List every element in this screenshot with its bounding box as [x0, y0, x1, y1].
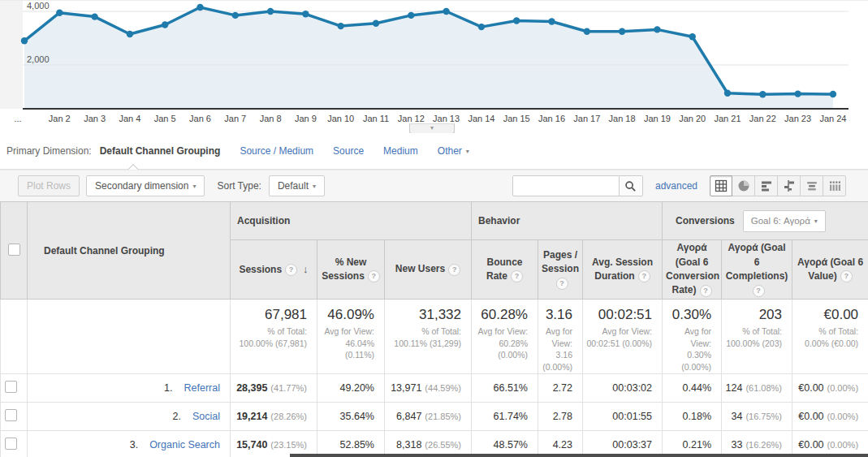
totals-goal-completions: 203% of Total: 100.00% (203) — [722, 300, 792, 374]
svg-text:Jan 13: Jan 13 — [433, 114, 460, 123]
help-icon[interactable]: ? — [700, 285, 712, 297]
row-checkbox[interactable] — [5, 381, 17, 393]
svg-text:Jan 4: Jan 4 — [119, 114, 140, 123]
search-icon — [624, 180, 637, 192]
svg-text:Jan 5: Jan 5 — [154, 114, 176, 123]
select-all-checkbox[interactable] — [8, 244, 20, 256]
sort-type-label: Sort Type: — [217, 180, 261, 192]
pivot-icon — [828, 179, 841, 192]
goal-selector-dropdown[interactable]: Goal 6: Αγορά▾ — [743, 210, 826, 232]
row-number: 1. — [153, 382, 173, 394]
svg-text:Jan 12: Jan 12 — [398, 114, 425, 123]
group-header-behavior: Behavior — [472, 202, 663, 240]
svg-text:Jan 16: Jan 16 — [538, 114, 565, 123]
primary-dimension-source[interactable]: Source — [333, 145, 364, 157]
column-header-goal-conversion-rate[interactable]: Αγορά (Goal 6 Conversion Rate)? — [663, 240, 722, 300]
svg-text:Jan 15: Jan 15 — [503, 114, 530, 123]
svg-text:2,000: 2,000 — [27, 54, 50, 64]
row-number: 3. — [119, 439, 138, 451]
help-icon[interactable]: ? — [448, 264, 460, 276]
svg-text:Jan 7: Jan 7 — [224, 114, 246, 123]
primary-dimension-label: Primary Dimension: — [6, 145, 92, 157]
totals-row: 67,981% of Total: 100.00% (67,981) 46.09… — [1, 300, 868, 374]
table-row-social: 2.Social 19,214(28.26%) 35.64% 6,847(21.… — [1, 402, 868, 430]
help-icon[interactable]: ? — [840, 270, 853, 282]
svg-text:Jan 2: Jan 2 — [49, 114, 71, 123]
row-checkbox[interactable] — [5, 409, 17, 421]
svg-text:Jan 9: Jan 9 — [295, 114, 317, 123]
horizontal-scrollbar-thumb[interactable] — [290, 454, 868, 457]
column-header-new-sessions[interactable]: % New Sessions? — [317, 240, 385, 300]
totals-new-users: 31,332% of Total: 100.11% (31,299) — [385, 300, 472, 374]
help-icon[interactable]: ? — [511, 270, 523, 282]
sort-type-select[interactable]: Default▾ — [269, 175, 325, 196]
svg-text:...: ... — [14, 114, 21, 123]
table-view-button[interactable] — [710, 175, 732, 196]
svg-text:Jan 24: Jan 24 — [819, 114, 846, 123]
primary-dimension-source-medium[interactable]: Source / Medium — [240, 145, 313, 157]
sort-desc-icon: ↓ — [303, 263, 309, 275]
view-switcher — [710, 175, 846, 196]
channel-link-social[interactable]: Social — [192, 411, 220, 422]
caret-down-icon: ▾ — [466, 148, 469, 155]
channel-link-organic-search[interactable]: Organic Search — [149, 439, 220, 451]
pie-chart-icon — [737, 179, 750, 192]
comparison-view-button[interactable] — [778, 175, 801, 196]
term-cloud-icon — [805, 179, 818, 192]
row-number: 2. — [162, 411, 181, 422]
help-icon[interactable]: ? — [368, 270, 380, 282]
column-header-pages-session[interactable]: Pages / Session? — [538, 240, 583, 300]
search-button[interactable] — [620, 175, 643, 196]
help-icon[interactable]: ? — [556, 278, 568, 290]
svg-text:Jan 18: Jan 18 — [609, 114, 636, 123]
row-checkbox[interactable] — [5, 438, 17, 450]
column-header-goal-value[interactable]: Αγορά (Goal 6 Value)? — [792, 240, 868, 300]
svg-text:4,000: 4,000 — [27, 1, 50, 11]
column-header-bounce-rate[interactable]: Bounce Rate? — [472, 240, 538, 300]
table-view-icon — [715, 179, 728, 192]
column-header-goal-completions[interactable]: Αγορά (Goal 6 Completions)? — [722, 240, 792, 300]
totals-goal-value: €0.00% of Total: 0.00% (€0.00) — [792, 300, 868, 374]
search-input[interactable] — [512, 175, 620, 196]
performance-view-button[interactable] — [755, 175, 778, 196]
caret-down-icon: ▾ — [814, 218, 818, 225]
select-all-cell — [1, 202, 28, 300]
analytics-report-page: 4,0002,000...Jan 2Jan 3Jan 4Jan 5Jan 6Ja… — [0, 0, 868, 457]
dimension-column-header[interactable]: Default Channel Grouping — [28, 202, 231, 300]
secondary-dimension-button[interactable]: Secondary dimension▾ — [86, 175, 205, 196]
svg-text:Jan 23: Jan 23 — [784, 114, 811, 123]
svg-text:Jan 8: Jan 8 — [260, 114, 282, 123]
term-cloud-view-button[interactable] — [801, 175, 823, 196]
help-icon[interactable]: ? — [285, 264, 297, 276]
channels-data-table: Default Channel Grouping Acquisition Beh… — [0, 201, 868, 457]
primary-dimension-medium[interactable]: Medium — [383, 145, 418, 157]
pivot-view-button[interactable] — [823, 175, 846, 196]
bar-chart-icon — [760, 179, 773, 192]
sessions-over-time-chart[interactable]: 4,0002,000...Jan 2Jan 3Jan 4Jan 5Jan 6Ja… — [0, 1, 868, 133]
svg-text:Jan 3: Jan 3 — [84, 114, 106, 123]
svg-text:Jan 11: Jan 11 — [363, 114, 389, 123]
advanced-search-link[interactable]: advanced — [655, 180, 697, 192]
channel-link-referral[interactable]: Referral — [184, 382, 220, 394]
comparison-icon — [783, 179, 796, 192]
column-header-avg-duration[interactable]: Avg. Session Duration? — [583, 240, 663, 300]
group-header-acquisition: Acquisition — [231, 202, 472, 240]
primary-dimension-row: Primary Dimension: Default Channel Group… — [0, 133, 868, 170]
primary-dimension-selected[interactable]: Default Channel Grouping — [100, 145, 221, 157]
column-header-new-users[interactable]: New Users? — [385, 240, 472, 300]
chevron-down-icon: ▾ — [430, 124, 434, 131]
caret-down-icon: ▾ — [192, 183, 196, 190]
column-header-sessions[interactable]: Sessions?↓ — [231, 240, 317, 300]
plot-rows-button[interactable]: Plot Rows — [18, 175, 80, 196]
help-icon[interactable]: ? — [638, 270, 650, 282]
totals-new-sessions: 46.09%Avg for View: 46.04% (0.11%) — [317, 300, 385, 374]
help-icon[interactable]: ? — [753, 285, 765, 297]
svg-text:Jan 10: Jan 10 — [327, 114, 354, 123]
table-toolbar: Plot Rows Secondary dimension▾ Sort Type… — [0, 170, 868, 201]
primary-dimension-other[interactable]: Other▾ — [438, 145, 469, 157]
svg-text:Jan 22: Jan 22 — [749, 114, 776, 123]
percentage-view-button[interactable] — [732, 175, 755, 196]
group-header-conversions: Conversions Goal 6: Αγορά▾ — [663, 202, 868, 240]
caret-down-icon: ▾ — [313, 183, 316, 190]
svg-text:Jan 14: Jan 14 — [468, 114, 494, 123]
